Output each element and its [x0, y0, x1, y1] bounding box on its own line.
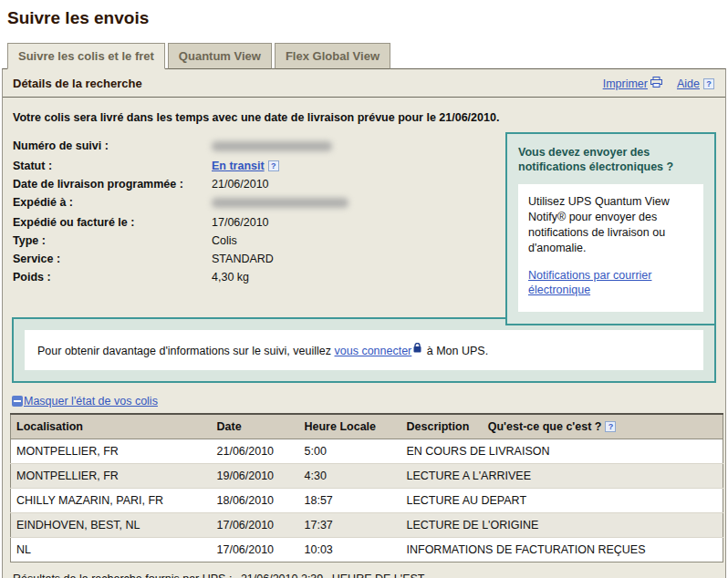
- header-time: Heure Locale: [299, 414, 401, 439]
- scheduled-delivery-value: 21/06/2010: [212, 175, 269, 193]
- collapse-minus-icon[interactable]: [12, 396, 23, 407]
- connect-info-box: Pour obtenir davantage d'informations su…: [12, 317, 716, 383]
- shipment-details: Numéro de suivi : Statut : En transit? D…: [3, 129, 725, 304]
- event-description: LECTURE AU DEPART: [401, 489, 723, 513]
- panel-title: Détails de la recherche: [13, 77, 142, 90]
- header-description: Description Qu'est-ce que c'est ??: [401, 414, 723, 439]
- event-location: MONTPELLIER, FR: [11, 439, 212, 464]
- notifications-box-body: Utilisez UPS Quantum View Notify® pour e…: [528, 195, 670, 254]
- help-link-label[interactable]: Aide: [677, 77, 700, 90]
- notifications-box-title: Vous devez envoyer des notifications éle…: [518, 145, 703, 174]
- notifications-box-body-wrap: Utilisez UPS Quantum View Notify® pour e…: [518, 184, 703, 312]
- help-icon[interactable]: ?: [703, 78, 714, 89]
- event-description: LECTURE A L'ARRIVEE: [401, 464, 723, 489]
- header-links: Imprimer Aide ?: [588, 77, 714, 90]
- event-location: MONTPELLIER, FR: [11, 464, 212, 489]
- printer-icon: [650, 77, 662, 90]
- results-footer-datetime: 21/06/2010 2:39: [241, 573, 323, 578]
- header-location: Localisation: [11, 414, 212, 439]
- help-link[interactable]: Aide ?: [677, 77, 714, 90]
- tracking-number-label: Numéro de suivi :: [13, 137, 212, 157]
- weight-label: Poids :: [13, 268, 212, 286]
- table-row: EINDHOVEN, BEST, NL 17/06/2010 17:37 LEC…: [11, 513, 723, 538]
- tab-bar: Suivre les colis et le fret Quantum View…: [7, 43, 728, 69]
- event-date: 17/06/2010: [212, 538, 299, 563]
- event-time: 17:37: [299, 513, 401, 538]
- status-label: Statut :: [13, 157, 212, 175]
- page-title: Suivre les envois: [7, 8, 728, 28]
- delivery-message: Votre colis sera livré dans les temps av…: [3, 98, 725, 129]
- status-link[interactable]: En transit: [212, 160, 265, 172]
- event-time: 4:30: [299, 464, 401, 489]
- results-footer-timezone: HEURE DE L'EST: [332, 573, 425, 578]
- table-row: NL 17/06/2010 10:03 INFORMATIONS DE FACT…: [11, 538, 723, 563]
- tab-flex-global-view[interactable]: Flex Global View: [275, 43, 390, 69]
- tab-suivre-les-colis[interactable]: Suivre les colis et le fret: [7, 43, 165, 69]
- service-value: STANDARD: [212, 250, 274, 268]
- event-description: LECTURE DE L'ORIGINE: [401, 513, 723, 538]
- connect-text-after: à Mon UPS.: [427, 345, 488, 357]
- event-time: 18:57: [299, 489, 401, 513]
- header-description-label: Description: [407, 420, 470, 433]
- type-label: Type :: [13, 232, 212, 250]
- print-link-label[interactable]: Imprimer: [603, 77, 648, 90]
- shipped-to-redacted: [212, 198, 348, 208]
- connect-text-before: Pour obtenir davantage d'informations su…: [37, 345, 331, 357]
- tracking-events-table: Localisation Date Heure Locale Descripti…: [10, 413, 723, 563]
- notifications-box: Vous devez envoyer des notifications éle…: [505, 132, 716, 325]
- event-location: CHILLY MAZARIN, PARI, FR: [11, 489, 212, 513]
- status-help-icon[interactable]: ?: [268, 160, 279, 171]
- event-location: EINDHOVEN, BEST, NL: [11, 513, 212, 538]
- search-details-panel: Détails de la recherche Imprimer Aide ? …: [2, 68, 726, 578]
- billed-on-label: Expédié ou facturé le :: [13, 213, 212, 232]
- print-link[interactable]: Imprimer: [603, 77, 662, 90]
- table-row: MONTPELLIER, FR 21/06/2010 5:00 EN COURS…: [11, 439, 723, 464]
- connect-info-text: Pour obtenir davantage d'informations su…: [25, 330, 703, 370]
- event-time: 10:03: [299, 538, 401, 563]
- shipped-to-label: Expédié à :: [13, 193, 212, 213]
- event-date: 17/06/2010: [212, 513, 299, 538]
- event-date: 18/06/2010: [212, 489, 299, 513]
- service-label: Service :: [13, 250, 212, 268]
- type-value: Colis: [212, 232, 237, 250]
- lock-icon: [413, 343, 421, 356]
- toggle-status-row: Masquer l'état de vos colis: [12, 395, 716, 408]
- results-footer-label: Résultats de la recherche fournis par UP…: [13, 573, 232, 578]
- weight-value: 4,30 kg: [212, 268, 249, 286]
- header-date: Date: [212, 414, 299, 439]
- table-help-icon[interactable]: ?: [605, 421, 616, 432]
- scheduled-delivery-label: Date de livraison programmée :: [13, 175, 212, 193]
- table-row: MONTPELLIER, FR 19/06/2010 4:30 LECTURE …: [11, 464, 723, 489]
- event-description: INFORMATIONS DE FACTURATION REÇUES: [401, 538, 723, 563]
- event-time: 5:00: [299, 439, 401, 464]
- event-date: 21/06/2010: [212, 439, 299, 464]
- event-location: NL: [11, 538, 212, 563]
- tab-quantum-view[interactable]: Quantum View: [168, 43, 272, 69]
- table-row: CHILLY MAZARIN, PARI, FR 18/06/2010 18:5…: [11, 489, 723, 513]
- panel-header: Détails de la recherche Imprimer Aide ?: [3, 69, 725, 98]
- hide-status-link[interactable]: Masquer l'état de vos colis: [24, 395, 158, 408]
- sign-in-link[interactable]: vous connecter: [335, 345, 412, 357]
- results-footer: Résultats de la recherche fournis par UP…: [3, 563, 725, 578]
- email-notifications-link[interactable]: Notifications par courrier électronique: [528, 268, 694, 297]
- tracking-number-redacted: [212, 141, 332, 151]
- header-what-is-it: Qu'est-ce que c'est ?: [488, 420, 602, 433]
- billed-on-value: 17/06/2010: [212, 213, 269, 232]
- event-description: EN COURS DE LIVRAISON: [401, 439, 723, 464]
- table-header-row: Localisation Date Heure Locale Descripti…: [11, 414, 723, 439]
- event-date: 19/06/2010: [212, 464, 299, 489]
